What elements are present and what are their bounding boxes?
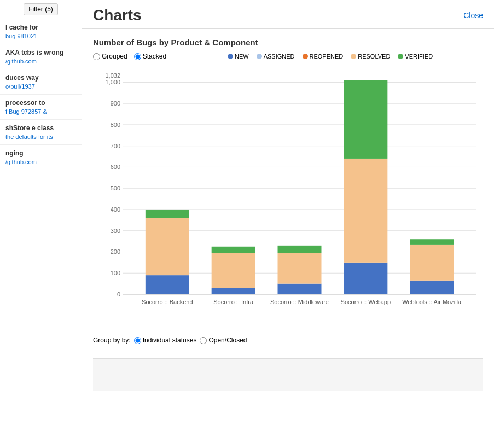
individual-radio[interactable]: [134, 337, 141, 344]
svg-text:Socorro :: Backend: Socorro :: Backend: [142, 299, 193, 305]
bar-0-resolved: [146, 218, 189, 275]
stacked-label: Stacked: [143, 53, 166, 60]
openclosed-radio[interactable]: [200, 337, 207, 344]
legend-dot-assigned: [257, 54, 262, 59]
main-content: Charts Close Number of Bugs by Product &…: [82, 0, 494, 448]
bar-0-verified: [146, 210, 189, 218]
chart-section: Number of Bugs by Product & Component Gr…: [82, 29, 494, 353]
sidebar: Filter (5) I cache forbug 981021.AKA tcb…: [0, 0, 82, 448]
legend-dot-verified: [398, 54, 403, 59]
svg-text:Webtools :: Air Mozilla: Webtools :: Air Mozilla: [402, 299, 462, 305]
stacked-radio[interactable]: [134, 53, 141, 60]
svg-text:Socorro :: Middleware: Socorro :: Middleware: [270, 299, 329, 305]
svg-text:400: 400: [111, 206, 120, 213]
individual-label: Individual statuses: [143, 336, 197, 344]
svg-text:Socorro :: Infra: Socorro :: Infra: [213, 299, 254, 305]
legend-dot-reopened: [303, 54, 308, 59]
bar-3-resolved: [344, 159, 387, 263]
svg-text:600: 600: [111, 164, 120, 170]
bar-chart-svg: 01002003004005006007008009001,0001,032So…: [93, 65, 487, 327]
bar-3-verified: [344, 80, 387, 159]
svg-text:1,032: 1,032: [105, 72, 120, 79]
close-link[interactable]: Close: [463, 11, 483, 20]
chart-type-controls: Grouped Stacked: [93, 53, 166, 60]
svg-text:500: 500: [111, 185, 120, 191]
sidebar-item-item-2[interactable]: AKA tcbs is wrong/github.com: [0, 44, 82, 69]
bar-1-resolved: [212, 253, 255, 288]
bar-2-verified: [278, 246, 322, 253]
sidebar-item-item-1[interactable]: I cache forbug 981021.: [0, 19, 82, 44]
bar-4-verified: [410, 239, 454, 245]
legend-dot-new: [228, 54, 233, 59]
open-closed-option[interactable]: Open/Closed: [200, 336, 247, 344]
bar-4-new: [410, 281, 454, 294]
legend-item-assigned: ASSIGNED: [257, 53, 295, 60]
individual-statuses-option[interactable]: Individual statuses: [134, 336, 197, 344]
grouped-option[interactable]: Grouped: [93, 53, 127, 60]
chart-legend: NEWASSIGNEDREOPENEDRESOLVEDVERIFIED: [177, 53, 483, 60]
page-header: Charts Close: [82, 0, 494, 29]
svg-text:200: 200: [111, 248, 120, 255]
legend-item-resolved: RESOLVED: [351, 53, 390, 60]
grouped-radio[interactable]: [93, 53, 100, 60]
svg-text:800: 800: [111, 121, 120, 128]
open-closed-label: Open/Closed: [208, 336, 247, 344]
legend-item-verified: VERIFIED: [398, 53, 433, 60]
group-by-label: Group by by:: [93, 336, 131, 344]
bar-1-new: [212, 288, 255, 294]
sidebar-filter-area: Filter (5): [0, 0, 82, 19]
sidebar-item-item-6[interactable]: nging/github.com: [0, 145, 82, 170]
bar-1-verified: [212, 247, 255, 253]
legend-dot-resolved: [351, 54, 356, 59]
chart-title: Number of Bugs by Product & Component: [93, 38, 483, 47]
svg-text:Socorro :: Webapp: Socorro :: Webapp: [341, 299, 391, 305]
bar-0-new: [146, 275, 189, 294]
bar-2-resolved: [278, 253, 322, 283]
legend-item-new: NEW: [228, 53, 249, 60]
filter-button[interactable]: Filter (5): [24, 3, 58, 15]
bottom-area: [93, 358, 483, 391]
stacked-option[interactable]: Stacked: [134, 53, 166, 60]
page-title: Charts: [93, 7, 142, 24]
chart-controls: Grouped Stacked NEWASSIGNEDREOPENEDRESOL…: [93, 53, 483, 60]
sidebar-item-item-5[interactable]: shStore e classthe defaults for its: [0, 120, 82, 145]
grouped-label: Grouped: [102, 53, 127, 60]
sidebar-item-item-3[interactable]: duces wayo/pull/1937: [0, 69, 82, 95]
bar-4-resolved: [410, 245, 454, 281]
svg-text:300: 300: [111, 228, 120, 234]
svg-text:700: 700: [111, 143, 120, 149]
group-by-section: Group by by: Individual statuses Open/Cl…: [93, 336, 483, 344]
bar-2-new: [278, 284, 322, 294]
svg-text:0: 0: [117, 291, 120, 298]
svg-text:100: 100: [111, 270, 120, 276]
chart-area: 01002003004005006007008009001,0001,032So…: [93, 65, 483, 329]
svg-text:900: 900: [111, 100, 120, 107]
sidebar-item-item-4[interactable]: processor tof Bug 972857 &: [0, 95, 82, 120]
legend-item-reopened: REOPENED: [303, 53, 344, 60]
bar-3-new: [344, 263, 387, 294]
svg-text:1,000: 1,000: [105, 79, 120, 85]
